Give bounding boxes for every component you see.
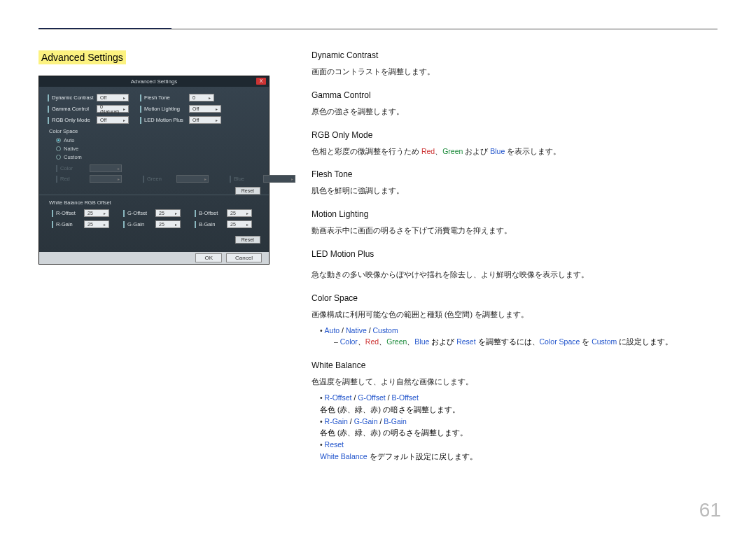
section-title: Advanced Settings	[38, 50, 126, 64]
flesh-tone-spinner[interactable]: 0	[189, 94, 214, 101]
dialog-titlebar: Advanced Settings X	[39, 76, 269, 87]
flesh-tone-desc: 肌色を鮮明に強調します。	[312, 185, 718, 197]
content-columns: Advanced Settings Advanced Settings X Dy…	[38, 50, 718, 475]
white-balance-desc: 色温度を調整して、より自然な画像にします。	[312, 376, 718, 388]
radio-custom-label: Custom	[64, 154, 82, 160]
divider	[39, 195, 269, 195]
color-space-label: Color Space	[49, 128, 260, 134]
white-balance-list: R-Offset / G-Offset / B-Offset各色 (赤、緑、赤)…	[320, 392, 718, 463]
g-offset-spinner[interactable]: 25	[155, 209, 181, 217]
motion-lighting-dropdown[interactable]: Off	[189, 105, 221, 113]
green-disabled-dd	[176, 175, 209, 183]
g-offset-label: G-Offset	[127, 210, 154, 216]
b-offset-spinner[interactable]: 25	[227, 209, 252, 217]
g-gain-spinner[interactable]: 25	[155, 220, 181, 228]
b-gain-label: B-Gain	[199, 221, 225, 227]
led-motion-plus-label: LED Motion Plus	[144, 117, 188, 123]
green-disabled-label: Green	[147, 176, 175, 182]
b-offset-label: B-Offset	[199, 210, 225, 216]
right-column: Dynamic Contrast 画面のコントラストを調整します。 Gamma …	[312, 50, 718, 475]
ok-button[interactable]: OK	[195, 253, 222, 262]
rgb-only-mode-heading: RGB Only Mode	[312, 130, 718, 140]
gamma-control-dropdown[interactable]: 0 (Natural)	[97, 105, 129, 113]
motion-lighting-desc: 動画表示中に画面の明るさを下げて消費電力を抑えます。	[312, 225, 718, 237]
dialog-title-text: Advanced Settings	[131, 78, 178, 85]
motion-lighting-label: Motion Lighting	[144, 106, 188, 112]
advanced-settings-dialog: Advanced Settings X Dynamic ContrastOff …	[38, 76, 270, 265]
b-gain-spinner[interactable]: 25	[227, 220, 252, 228]
led-motion-plus-dropdown[interactable]: Off	[189, 116, 221, 124]
motion-lighting-heading: Motion Lighting	[312, 209, 718, 219]
dynamic-contrast-label: Dynamic Contrast	[52, 94, 95, 101]
flesh-tone-label: Flesh Tone	[144, 94, 188, 101]
radio-auto-label: Auto	[64, 137, 74, 143]
radio-native-label: Native	[64, 146, 78, 152]
red-disabled-dd	[90, 175, 122, 183]
page-number: 61	[699, 499, 721, 521]
r-gain-spinner[interactable]: 25	[84, 220, 109, 228]
r-offset-label: R-Offset	[56, 210, 83, 216]
led-motion-plus-desc: 急な動きの多い映像からぼやけや揺れを除去し、より鮮明な映像を表示します。	[312, 269, 718, 281]
color-space-reset-button[interactable]: Reset	[235, 187, 260, 195]
cancel-button[interactable]: Cancel	[226, 253, 262, 262]
dialog-footer: OK Cancel	[39, 252, 269, 264]
led-motion-plus-heading: LED Motion Plus	[312, 249, 718, 259]
gamma-control-heading: Gamma Control	[312, 90, 718, 100]
color-space-desc: 画像構成に利用可能な色の範囲と種類 (色空間) を調整します。	[312, 309, 718, 321]
g-gain-label: G-Gain	[127, 221, 154, 227]
r-offset-spinner[interactable]: 25	[84, 209, 109, 217]
dialog-body: Dynamic ContrastOff Flesh Tone0 Gamma Co…	[39, 87, 269, 252]
color-space-heading: Color Space	[312, 293, 718, 303]
radio-native[interactable]	[56, 146, 61, 151]
rgb-only-mode-dropdown[interactable]: Off	[97, 116, 129, 124]
dynamic-contrast-heading: Dynamic Contrast	[312, 50, 718, 60]
blue-disabled-label: Blue	[234, 176, 262, 182]
left-column: Advanced Settings Advanced Settings X Dy…	[38, 50, 270, 475]
radio-custom[interactable]	[56, 155, 61, 160]
gamma-control-label: Gamma Control	[52, 106, 95, 112]
color-disabled-label: Color	[60, 165, 88, 171]
color-space-list: Auto / Native / Custom Color、Red、Green、B…	[320, 325, 718, 349]
color-disabled-dd	[90, 164, 122, 172]
dynamic-contrast-dropdown[interactable]: Off	[97, 94, 129, 101]
flesh-tone-heading: Flesh Tone	[312, 169, 718, 179]
red-disabled-label: Red	[60, 176, 88, 182]
white-balance-heading: White Balance	[312, 360, 718, 370]
white-balance-reset-button[interactable]: Reset	[235, 236, 260, 244]
gamma-control-desc: 原色の強さを調整します。	[312, 106, 718, 118]
blue-disabled-dd	[263, 175, 295, 183]
header-divider	[38, 29, 718, 29]
r-gain-label: R-Gain	[56, 221, 83, 227]
close-icon[interactable]: X	[256, 78, 266, 85]
radio-auto[interactable]	[56, 138, 61, 143]
white-balance-label: White Balance RGB Offset	[49, 199, 260, 206]
rgb-only-mode-desc: 色相と彩度の微調整を行うため Red、Green および Blue を表示します…	[312, 146, 718, 157]
rgb-only-mode-label: RGB Only Mode	[52, 117, 95, 123]
dynamic-contrast-desc: 画面のコントラストを調整します。	[312, 66, 718, 78]
